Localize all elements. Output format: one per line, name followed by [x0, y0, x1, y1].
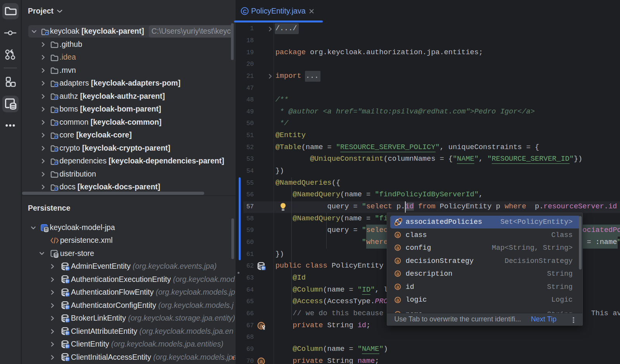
- svg-text:a: a: [396, 298, 399, 303]
- svg-text:a: a: [396, 285, 399, 290]
- svg-text:a: a: [396, 246, 399, 251]
- svg-text:a: a: [260, 359, 263, 364]
- svg-text:a: a: [396, 233, 399, 238]
- svg-text:C: C: [243, 9, 247, 14]
- svg-text:a: a: [396, 259, 399, 264]
- svg-text:a: a: [396, 271, 399, 277]
